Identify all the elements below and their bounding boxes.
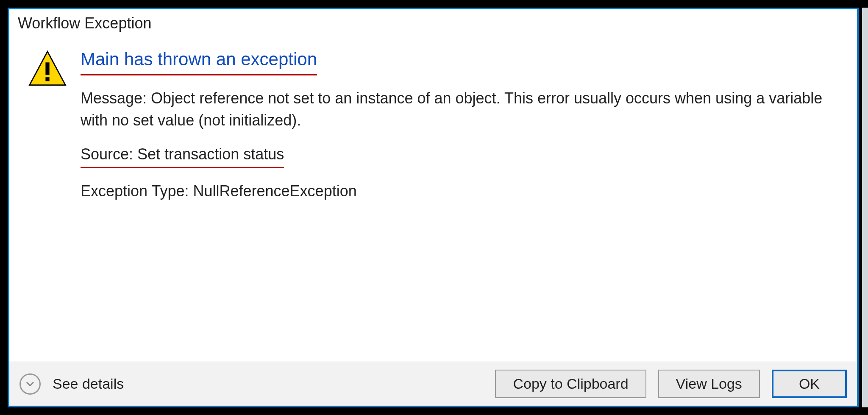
copy-to-clipboard-button[interactable]: Copy to Clipboard xyxy=(495,370,646,398)
dialog-footer: See details Copy to Clipboard View Logs … xyxy=(9,362,857,406)
exception-source: Source: Set transaction status xyxy=(81,143,284,168)
ok-button[interactable]: OK xyxy=(772,370,847,398)
warning-icon xyxy=(22,47,73,357)
dialog-body: Main has thrown an exception Message: Ob… xyxy=(9,34,857,362)
see-details-label: See details xyxy=(53,376,124,392)
svg-rect-1 xyxy=(45,62,49,75)
exception-message: Message: Object reference not set to an … xyxy=(81,87,844,131)
workflow-exception-dialog: Workflow Exception Main has thrown an ex… xyxy=(8,8,859,407)
chevron-down-icon xyxy=(19,373,41,395)
svg-rect-2 xyxy=(45,77,49,81)
see-details-toggle[interactable]: See details xyxy=(19,373,124,395)
dialog-title: Workflow Exception xyxy=(9,9,857,34)
view-logs-button[interactable]: View Logs xyxy=(658,370,760,398)
exception-headline: Main has thrown an exception xyxy=(81,47,317,75)
exception-type: Exception Type: NullReferenceException xyxy=(81,180,844,202)
window-edge xyxy=(862,8,868,407)
dialog-text: Main has thrown an exception Message: Ob… xyxy=(73,47,844,357)
